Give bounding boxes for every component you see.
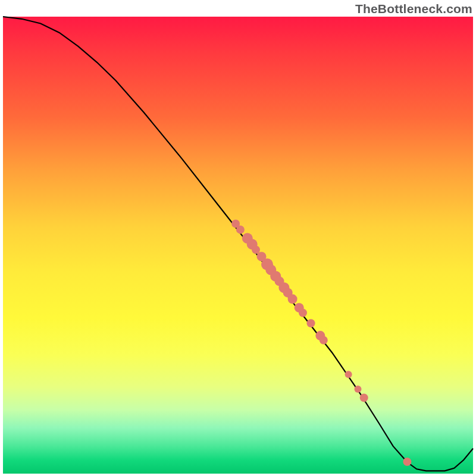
data-point (355, 386, 362, 393)
data-point (299, 309, 307, 317)
bottleneck-chart: TheBottleneck.com (0, 0, 476, 476)
data-point (252, 246, 260, 254)
marker-group (231, 220, 411, 466)
data-point (360, 394, 368, 402)
watermark-text: TheBottleneck.com (355, 2, 472, 16)
data-point (307, 319, 315, 327)
data-point (236, 226, 245, 234)
bottleneck-curve (3, 17, 473, 471)
chart-svg (3, 17, 473, 474)
plot-area (3, 17, 473, 474)
data-point (288, 295, 298, 304)
data-point (403, 458, 411, 466)
data-point (345, 371, 352, 378)
data-point (320, 336, 328, 345)
